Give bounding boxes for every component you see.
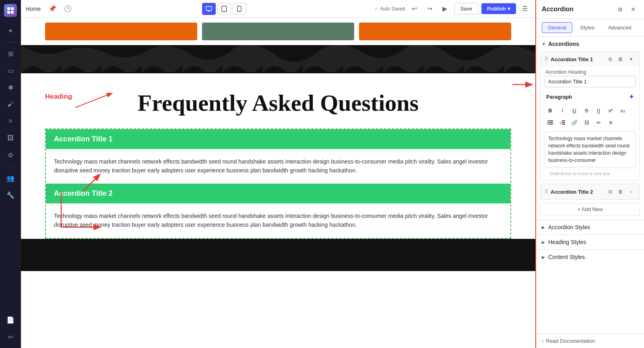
heading-section: Heading Frequently Asked Questions <box>21 73 535 128</box>
heading-styles-section[interactable]: ▶ Heading Styles <box>536 234 644 249</box>
sidebar-icon-undo[interactable]: ↩ <box>3 329 18 344</box>
code-btn[interactable]: {} <box>593 105 604 116</box>
duplicate-icon-2[interactable]: ⧉ <box>606 187 615 196</box>
sidebar-icon-widgets[interactable]: ⊞ <box>3 46 18 61</box>
ul-btn[interactable] <box>545 117 556 128</box>
history-icon[interactable]: 🕐 <box>62 3 74 15</box>
sidebar-icon-tools[interactable]: 🔧 <box>3 188 18 202</box>
sidebar-icon-settings[interactable]: ✱ <box>3 80 18 95</box>
sidebar-icon-add[interactable]: ＋ <box>3 23 18 38</box>
sidebar-divider <box>4 42 17 42</box>
pin-icon[interactable]: 📌 <box>46 3 58 15</box>
redo-btn[interactable]: ↪ <box>423 3 436 15</box>
content-styles-label: Content Styles <box>548 254 585 260</box>
accordion-body-1: Technology mass market channels network … <box>46 149 510 183</box>
magic-icon[interactable]: ✦ <box>629 93 634 101</box>
underline-btn[interactable]: U <box>569 105 580 116</box>
accordion-heading-label: Accordion Heading <box>541 67 640 76</box>
right-panel: Accordion ⧉ ✕ General Styles Advanced ▼ … <box>535 0 644 348</box>
heading-styles-arrow: ▶ <box>542 240 545 244</box>
accordion-styles-section[interactable]: ▶ Accordion Styles <box>536 220 644 234</box>
heading-styles-label: Heading Styles <box>548 239 586 245</box>
unlink-btn[interactable]: ⛓ <box>581 117 592 128</box>
tab-general[interactable]: General <box>542 22 572 33</box>
accordion-area: Accordion Title 1 Technology mass market… <box>21 128 535 239</box>
delete-icon-1[interactable]: 🗑 <box>616 55 625 64</box>
superscript-btn[interactable]: x² <box>605 105 616 116</box>
heading-label: Heading <box>45 93 72 101</box>
canvas-content: Heading Frequently Asked Questions <box>21 18 535 271</box>
tab-styles[interactable]: Styles <box>574 22 600 33</box>
texture-band <box>21 45 535 73</box>
svg-text:1.: 1. <box>559 121 562 125</box>
italic-btn[interactable]: I <box>557 105 568 116</box>
svg-point-11 <box>547 120 549 122</box>
expand-icon-1[interactable]: ▾ <box>627 55 636 64</box>
sidebar-icon-gear[interactable]: ⚙ <box>3 148 18 162</box>
panel-body: ▼ Accordions ⠿ Accordion Title 1 ⧉ 🗑 ▾ A… <box>536 37 644 334</box>
add-new-button[interactable]: + Add New <box>540 203 640 215</box>
accordions-section-header[interactable]: ▼ Accordions <box>536 37 644 51</box>
device-switcher <box>77 3 371 15</box>
panel-footer[interactable]: ‹ Read Documentation <box>536 334 644 348</box>
mobile-view-btn[interactable] <box>233 3 246 15</box>
svg-rect-14 <box>549 122 553 123</box>
clear-btn[interactable]: ✕ <box>605 117 616 128</box>
accordion-styles-arrow: ▶ <box>542 225 545 230</box>
hamburger-menu[interactable]: ☰ <box>519 3 530 14</box>
home-link[interactable]: Home <box>26 6 41 12</box>
panel-accordion-row-1: ⠿ Accordion Title 1 ⧉ 🗑 ▾ <box>541 52 640 67</box>
save-button[interactable]: Save <box>454 3 478 14</box>
sidebar-icon-brush[interactable]: 🖌 <box>3 97 18 112</box>
accordion-body-2: Technology mass market channels network … <box>46 203 510 238</box>
auto-saved-status: Auto Saved <box>374 6 405 12</box>
panel-accordion-title-2: Accordion Title 2 <box>551 189 593 195</box>
desktop-view-btn[interactable] <box>202 3 216 15</box>
panel-title: Accordion <box>542 6 574 13</box>
svg-rect-18 <box>562 120 565 121</box>
panel-text-editor[interactable]: Technology mass market channels network … <box>545 131 636 168</box>
app-logo <box>4 4 17 17</box>
subscript-btn[interactable]: x₂ <box>617 105 628 116</box>
sidebar-divider-2 <box>4 166 17 167</box>
tab-advanced[interactable]: Advanced <box>602 22 638 33</box>
panel-header-icons: ⧉ ✕ <box>615 4 638 14</box>
accordion-title-1: Accordion Title 1 <box>54 135 113 143</box>
delete-icon-2[interactable]: 🗑 <box>616 187 625 196</box>
accordion-header-2[interactable]: Accordion Title 2 <box>46 184 510 203</box>
strikethrough-btn[interactable]: S <box>581 105 592 116</box>
accordion-styles-label: Accordion Styles <box>548 224 590 230</box>
ol-btn[interactable]: 1. <box>557 117 568 128</box>
sidebar-icon-list[interactable]: ≡ <box>3 114 18 128</box>
svg-rect-12 <box>549 120 553 121</box>
banner-row <box>21 18 535 45</box>
link-btn[interactable]: 🔗 <box>569 117 580 128</box>
tablet-view-btn[interactable] <box>217 3 231 15</box>
bold-btn[interactable]: B <box>545 105 556 116</box>
sidebar-icon-image[interactable]: 🖼 <box>3 131 18 145</box>
expand-icon-2[interactable]: › <box>627 187 636 196</box>
svg-point-13 <box>547 122 549 123</box>
accordion-heading-input[interactable] <box>545 76 636 87</box>
sidebar-icon-pages[interactable]: 📄 <box>3 313 18 327</box>
text-toolbar: B I U S {} x² x₂ 1. 🔗 ⛓ ✏ ✕ <box>541 103 640 130</box>
publish-button[interactable]: Publish ▾ <box>481 3 516 14</box>
sidebar-icon-users[interactable]: 👥 <box>3 171 18 185</box>
panel-accordion-row-icons-2: ⧉ 🗑 › <box>606 187 636 196</box>
accordion-header-1[interactable]: Accordion Title 1 <box>46 129 510 149</box>
chevron-left-icon: ‹ <box>542 338 543 344</box>
svg-rect-1 <box>11 7 14 10</box>
canvas[interactable]: Heading Frequently Asked Questions <box>21 18 535 271</box>
content-styles-section[interactable]: ▶ Content Styles <box>536 249 644 264</box>
sidebar-icon-template[interactable]: ▭ <box>3 63 18 78</box>
preview-btn[interactable]: ▶ <box>439 3 451 15</box>
duplicate-icon-1[interactable]: ⧉ <box>606 55 615 64</box>
paragraph-header: Paragraph ✦ <box>541 91 640 103</box>
svg-rect-2 <box>7 11 10 14</box>
edit-btn[interactable]: ✏ <box>593 117 604 128</box>
svg-rect-3 <box>11 11 14 14</box>
svg-point-6 <box>224 10 225 11</box>
panel-close-icon[interactable]: ✕ <box>628 4 638 14</box>
undo-btn[interactable]: ↩ <box>408 3 420 15</box>
panel-expand-icon[interactable]: ⧉ <box>615 4 625 14</box>
